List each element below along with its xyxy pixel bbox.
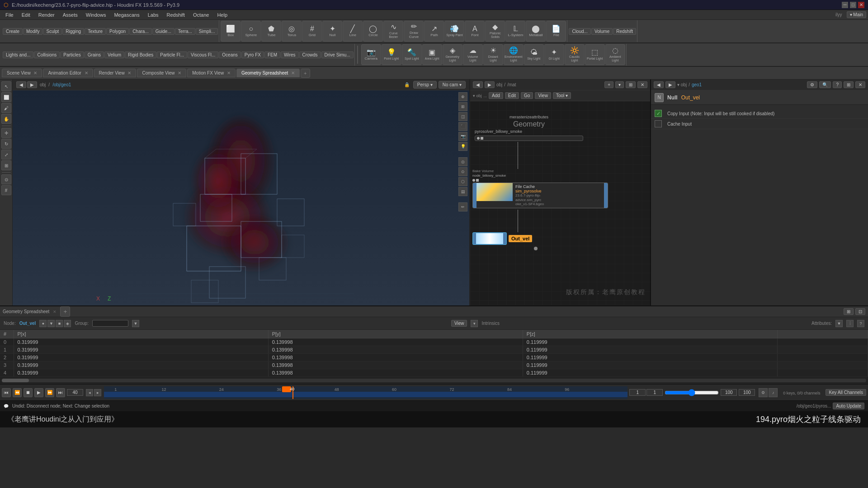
param-copy-input[interactable]: ✓ Copy Input (Note: Input will be still … — [651, 108, 868, 119]
menu-edit[interactable]: Edit — [18, 11, 34, 19]
ss-view-btn[interactable]: View — [451, 320, 467, 327]
viewport-path-obj[interactable]: obj — [38, 82, 47, 87]
props-help-btn[interactable]: ? — [833, 81, 842, 88]
tab-close-scene[interactable]: ✕ — [33, 70, 37, 75]
particles-btn[interactable]: Particles — [60, 52, 84, 58]
range-val-input[interactable] — [721, 389, 737, 396]
ne-path-obj[interactable]: obj — [496, 82, 502, 87]
range-val2-input[interactable] — [739, 389, 755, 396]
viewport-back-btn[interactable]: ◀ — [16, 81, 26, 88]
menu-help[interactable]: Help — [213, 11, 231, 19]
guide-mode-btn[interactable]: Guide... — [152, 28, 175, 35]
menu-windows[interactable]: Windows — [82, 11, 110, 19]
node-file-cache[interactable]: Bake Volume node_billowy_smoke File Cach… — [472, 169, 608, 208]
checkbox-cache-input[interactable] — [655, 120, 662, 127]
timeline-ruler[interactable]: 1 12 24 36 48 60 72 84 96 40 — [104, 386, 627, 399]
oceans-btn[interactable]: Oceans — [219, 52, 241, 58]
crowds-btn[interactable]: Crowds — [299, 52, 321, 58]
ne-fwd-btn[interactable]: ▶ — [485, 81, 495, 88]
rigging-mode-btn[interactable]: Rigging — [62, 28, 84, 35]
ss-attrs-filter[interactable]: ▼ — [835, 320, 843, 327]
maximize-button[interactable]: □ — [850, 2, 856, 8]
lsystem-tool[interactable]: 𝕃 L-System — [505, 21, 525, 42]
torus-tool[interactable]: ◎ Torus — [282, 21, 302, 42]
viewport-light-btn[interactable]: 💡 — [458, 142, 467, 151]
polygon-mode-btn[interactable]: Polygon — [106, 28, 129, 35]
simpli-mode-btn[interactable]: Simpli... — [196, 28, 218, 35]
grid-btn2[interactable]: # — [1, 185, 11, 195]
tab-scene-view[interactable]: Scene View ✕ — [2, 69, 42, 77]
node-pyrosolver[interactable]: merastenizeattributes Geometry pyrosolve… — [475, 115, 583, 141]
spreadsheet-close[interactable]: ✕ — [53, 310, 57, 314]
viewport-3d[interactable]: ◀ ▶ obj / /obj/geo1 🔒 Persp ▾ No cam ▾ — [13, 80, 470, 305]
platonic-tool[interactable]: ◆ Platonic Solids — [485, 21, 505, 42]
snap-btn[interactable]: ⊙ — [1, 174, 11, 184]
sphere-tool[interactable]: ○ Sphere — [241, 21, 261, 42]
props-path-geo1[interactable]: geo1 — [692, 82, 702, 87]
ss-view-arrow[interactable]: ▾ — [471, 320, 478, 327]
wires-btn[interactable]: Wires — [281, 52, 299, 58]
node-solver-box[interactable] — [475, 136, 583, 141]
volume-light-tool[interactable]: ☁ Volume Light — [463, 44, 483, 65]
ne-menu-btn[interactable]: ▾ — [615, 81, 624, 88]
viewport-cam-btn[interactable]: 📷 — [458, 132, 467, 141]
velium-btn[interactable]: Velium — [104, 52, 124, 58]
null-name-label[interactable]: Out_vel — [509, 235, 532, 242]
ne-add-node-btn[interactable]: Add — [489, 92, 503, 99]
sculpt-mode-btn[interactable]: Sculpt — [43, 28, 62, 35]
pb-prev-btn[interactable]: ◂ — [86, 389, 93, 396]
ss-filter-btn[interactable]: ▼ — [132, 320, 139, 327]
viewport-nav-btn[interactable]: ◎ — [458, 157, 467, 166]
area-light-tool[interactable]: ▣ Area Light — [422, 44, 442, 65]
frame-start-input[interactable] — [629, 389, 646, 396]
table-scrollbar[interactable] — [0, 377, 868, 384]
env-light-tool[interactable]: 🌐 Environment Light — [504, 44, 524, 65]
props-search-btn[interactable]: 🔍 — [819, 81, 831, 88]
portal-light-tool[interactable]: ⬚ Portal Light — [585, 44, 605, 65]
file-tool[interactable]: 📄 File — [546, 21, 566, 42]
ambient-light-tool[interactable]: ◌ Ambient Light — [605, 44, 625, 65]
path-tool[interactable]: ↗ Path — [424, 21, 444, 42]
ss-maximize-btn[interactable]: ⊡ — [855, 308, 865, 315]
tube-tool[interactable]: ⬟ Tube — [261, 21, 281, 42]
viewport-shade-btn[interactable]: ◫ — [458, 112, 467, 121]
move-btn[interactable]: ✛ — [1, 128, 11, 138]
scale-btn[interactable]: ⤢ — [1, 150, 11, 160]
modify-mode-btn[interactable]: Modify — [23, 28, 42, 35]
pb-next-btn[interactable]: ▸ — [94, 389, 101, 396]
grid-tool[interactable]: # Grid — [302, 21, 322, 42]
scrollbar-thumb[interactable] — [2, 379, 29, 382]
menu-assets[interactable]: Assets — [59, 11, 81, 19]
volume-btn[interactable]: Volume — [591, 28, 613, 35]
lights-and-btn[interactable]: Lights and... — [3, 52, 33, 58]
tl-settings-btn[interactable]: ⚙ — [759, 388, 768, 397]
key-all-btn[interactable]: Key All Channels — [826, 389, 866, 396]
file-cache-node[interactable]: File Cache sim_pyrosolve 23.6.7-pyro-fli… — [472, 183, 608, 208]
tab-add-button[interactable]: + — [301, 69, 310, 78]
viewport-hud-btn[interactable]: ▤ — [458, 187, 467, 196]
fem-btn[interactable]: FEM — [264, 52, 280, 58]
transform-btn[interactable]: ⊞ — [1, 160, 11, 170]
ne-add-btn[interactable]: + — [604, 81, 613, 88]
node-null-out[interactable]: Out_vel — [472, 232, 599, 250]
ne-back-btn[interactable]: ◀ — [473, 81, 483, 88]
distant-light-tool[interactable]: ☀ Distant Light — [483, 44, 503, 65]
menu-file[interactable]: File — [2, 11, 17, 19]
ne-view-btn[interactable]: View — [535, 92, 551, 99]
tab-animation[interactable]: Animation Editor ✕ — [43, 69, 93, 77]
props-path-obj[interactable]: ▾ obj — [677, 82, 687, 87]
menu-render[interactable]: Render — [35, 11, 58, 19]
line-tool[interactable]: ╱ Line — [343, 21, 363, 42]
props-settings-btn[interactable]: ⚙ — [807, 81, 817, 88]
null-box[interactable] — [472, 232, 507, 245]
timeline-play-btn[interactable]: ▶ — [34, 388, 43, 397]
curve-bezier-tool[interactable]: ∿ Curve Bezier — [383, 21, 403, 42]
terra-mode-btn[interactable]: Terra... — [175, 28, 195, 35]
spreadsheet-add-btn[interactable]: + — [60, 306, 70, 317]
minimize-button[interactable]: ─ — [842, 2, 848, 8]
props-fwd-btn[interactable]: ▶ — [665, 81, 675, 88]
particle-fl-btn[interactable]: Particle Fl... — [157, 52, 187, 58]
ne-maximize-btn[interactable]: ⊞ — [626, 81, 636, 88]
ne-tool-btn[interactable]: Tool ▾ — [553, 92, 571, 99]
null-node-row[interactable]: Out_vel — [472, 232, 599, 245]
